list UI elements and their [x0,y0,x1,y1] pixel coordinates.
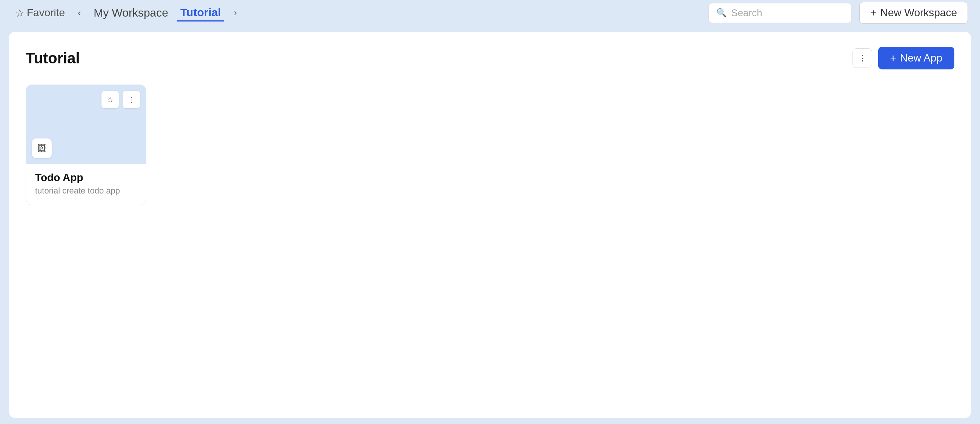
new-workspace-button[interactable]: + New Workspace [859,2,968,24]
favorite-app-button[interactable]: ☆ [102,91,119,108]
app-more-options-button[interactable]: ⋮ [123,91,140,108]
more-options-button[interactable]: ⋮ [853,48,872,68]
image-icon: 🖼 [37,143,46,153]
app-description: tutorial create todo app [35,186,137,196]
topbar-left: ☆ Favorite ‹ My Workspace Tutorial › [12,5,702,21]
apps-grid: ☆ ⋮ 🖼 Todo App tutorial create todo app [25,84,955,205]
plus-icon: + [890,52,896,64]
app-card-actions: ☆ ⋮ [102,91,140,108]
chevron-right-icon: › [234,8,237,18]
new-app-label: New App [900,52,942,64]
app-icon-badge: 🖼 [32,139,52,158]
more-vertical-icon: ⋮ [127,95,135,104]
favorite-button[interactable]: ☆ Favorite [12,5,68,21]
more-vertical-icon: ⋮ [858,53,867,63]
new-app-button[interactable]: + New App [878,47,955,69]
app-card-todo[interactable]: ☆ ⋮ 🖼 Todo App tutorial create todo app [25,84,146,205]
nav-back-button[interactable]: ‹ [74,5,84,21]
favorite-label: Favorite [27,7,65,19]
topbar-right: 🔍 Search + New Workspace [708,2,968,24]
tutorial-tab[interactable]: Tutorial [177,5,224,21]
search-icon: 🔍 [716,8,727,18]
star-icon: ☆ [107,95,113,104]
new-workspace-label: New Workspace [880,7,957,19]
workspace-nav-item[interactable]: My Workspace [91,5,171,21]
star-icon: ☆ [15,7,24,19]
plus-icon: + [870,7,876,19]
workspace-header: Tutorial ⋮ + New App [25,47,955,69]
app-card-thumbnail: ☆ ⋮ 🖼 [26,85,146,164]
page-title: Tutorial [25,50,80,67]
app-card-info: Todo App tutorial create todo app [26,164,146,205]
topbar: ☆ Favorite ‹ My Workspace Tutorial › 🔍 S… [0,0,980,26]
nav-forward-button[interactable]: › [230,5,241,21]
app-name: Todo App [35,172,137,184]
workspace-actions: ⋮ + New App [853,47,955,69]
search-placeholder-text: Search [731,7,762,19]
chevron-left-icon: ‹ [78,8,81,18]
main-content: Tutorial ⋮ + New App ☆ ⋮ [9,32,971,418]
search-box[interactable]: 🔍 Search [708,3,852,23]
